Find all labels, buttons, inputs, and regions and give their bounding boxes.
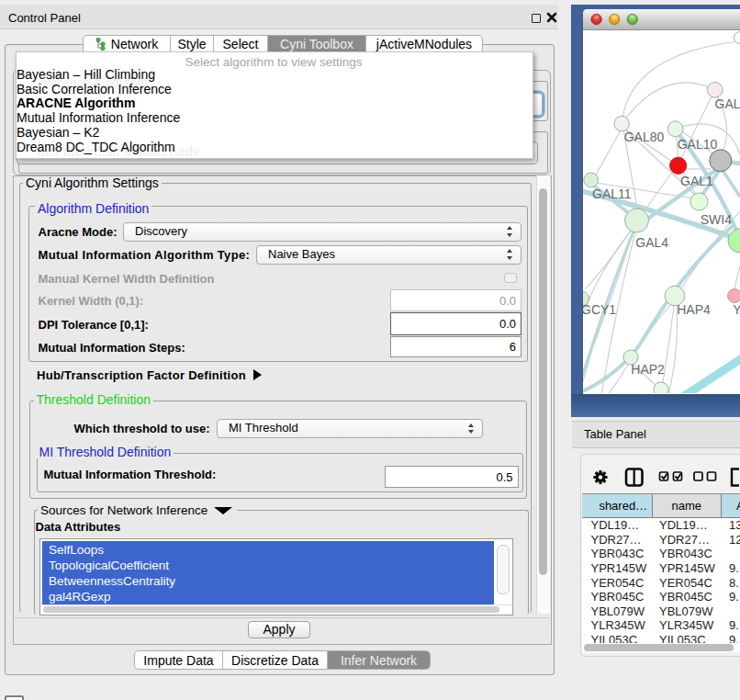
svg-text:HAP2: HAP2 [631, 362, 665, 377]
svg-text:GAL11: GAL11 [592, 186, 632, 201]
svg-text:HAP4: HAP4 [677, 302, 711, 317]
svg-text:GCY1: GCY1 [583, 302, 616, 317]
svg-text:GAL1: GAL1 [680, 174, 713, 188]
svg-text:SWI4: SWI4 [701, 212, 732, 227]
svg-text:GAL10: GAL10 [678, 137, 718, 152]
svg-text:Y: Y [733, 302, 740, 317]
svg-text:GAL4: GAL4 [635, 235, 668, 250]
svg-text:GAL: GAL [715, 96, 740, 111]
svg-text:GAL80: GAL80 [624, 130, 665, 144]
